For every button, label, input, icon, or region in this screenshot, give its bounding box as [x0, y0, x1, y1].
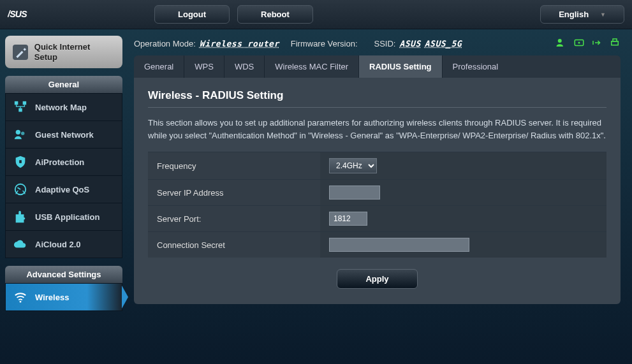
- panel-title: Wireless - RADIUS Setting: [148, 89, 606, 102]
- shield-icon: [13, 155, 27, 169]
- puzzle-icon: [13, 210, 27, 224]
- tab-professional[interactable]: Professional: [443, 55, 509, 78]
- top-buttons: Logout Reboot: [154, 5, 313, 24]
- wand-icon: [13, 45, 28, 60]
- container: Quick Internet Setup General Network Map…: [0, 29, 632, 364]
- svg-rect-1: [15, 101, 18, 105]
- server-port-input[interactable]: [329, 212, 367, 226]
- users-status-icon[interactable]: [555, 37, 567, 50]
- svg-rect-3: [18, 108, 22, 112]
- tab-radius-setting[interactable]: RADIUS Setting: [359, 55, 443, 78]
- table-row: Connection Secret: [148, 232, 606, 258]
- svg-rect-6: [19, 160, 22, 163]
- sidebar-item-label: Adaptive QoS: [35, 185, 89, 194]
- sidebar-item-label: AiProtection: [35, 157, 84, 167]
- firmware-label: Firmware Version:: [291, 39, 358, 48]
- sidebar-item-aiprotection[interactable]: AiProtection: [5, 149, 122, 176]
- info-row: Operation Mode: Wireless router Firmware…: [134, 37, 621, 50]
- server-ip-label: Server IP Address: [148, 180, 320, 206]
- table-row: Server IP Address: [148, 180, 606, 206]
- main-content: Operation Mode: Wireless router Firmware…: [128, 29, 632, 364]
- sidebar-item-network-map[interactable]: Network Map: [5, 93, 122, 121]
- language-label: English: [559, 10, 589, 19]
- svg-point-5: [21, 132, 24, 136]
- table-row: Server Port:: [148, 206, 606, 232]
- sidebar-item-label: Wireless: [35, 293, 69, 302]
- tabs: General WPS WDS Wireless MAC Filter RADI…: [134, 55, 621, 78]
- divider: [148, 107, 606, 108]
- panel-description: This section allows you to set up additi…: [148, 117, 606, 142]
- reboot-button[interactable]: Reboot: [237, 5, 313, 24]
- ssid-value-1: ASUS: [399, 39, 420, 48]
- connection-secret-input[interactable]: [329, 238, 469, 252]
- topbar: /SUS Logout Reboot English: [0, 0, 632, 29]
- opmode-label: Operation Mode:: [134, 39, 196, 48]
- svg-point-11: [578, 42, 580, 44]
- apply-row: Apply: [148, 258, 606, 289]
- wan-status-icon[interactable]: [573, 37, 585, 50]
- sidebar-item-label: USB Application: [35, 212, 99, 222]
- qis-label: Quick Internet Setup: [34, 42, 115, 62]
- tab-wireless-mac-filter[interactable]: Wireless MAC Filter: [265, 55, 359, 78]
- svg-point-4: [16, 130, 20, 135]
- table-row: Frequency 2.4GHz: [148, 152, 606, 180]
- quick-internet-setup-button[interactable]: Quick Internet Setup: [5, 36, 122, 68]
- svg-rect-12: [612, 41, 619, 45]
- sidebar-item-label: Guest Network: [35, 130, 94, 140]
- sidebar-item-label: AiCloud 2.0: [35, 240, 81, 249]
- advanced-header: Advanced Settings: [5, 266, 122, 283]
- svg-rect-2: [23, 101, 26, 105]
- svg-point-8: [20, 301, 22, 303]
- server-port-label: Server Port:: [148, 206, 320, 232]
- tab-general[interactable]: General: [134, 55, 184, 78]
- apply-button[interactable]: Apply: [337, 269, 417, 289]
- sidebar-item-usb-application[interactable]: USB Application: [5, 203, 122, 231]
- network-map-icon: [13, 100, 27, 114]
- cloud-icon: [13, 237, 27, 251]
- ssid-label: SSID:: [374, 39, 396, 48]
- general-header: General: [5, 76, 122, 93]
- guest-network-icon: [13, 127, 27, 142]
- sidebar-item-aicloud[interactable]: AiCloud 2.0: [5, 231, 122, 258]
- sidebar: Quick Internet Setup General Network Map…: [0, 29, 128, 364]
- sidebar-item-wireless[interactable]: Wireless: [5, 283, 122, 311]
- svg-rect-13: [613, 39, 617, 41]
- status-icons: [555, 37, 621, 50]
- wireless-icon: [13, 290, 27, 304]
- opmode-value[interactable]: Wireless router: [200, 39, 279, 48]
- language-select[interactable]: English: [540, 5, 624, 24]
- sidebar-item-adaptive-qos[interactable]: Adaptive QoS: [5, 176, 122, 203]
- asus-logo: /SUS: [8, 7, 52, 22]
- svg-text:/SUS: /SUS: [8, 9, 27, 19]
- frequency-select[interactable]: 2.4GHz: [329, 158, 377, 173]
- ssid-value-2: ASUS_5G: [425, 39, 462, 48]
- sidebar-item-guest-network[interactable]: Guest Network: [5, 121, 122, 149]
- server-ip-input[interactable]: [329, 186, 380, 200]
- usb-status-icon[interactable]: [591, 37, 603, 50]
- printer-status-icon[interactable]: [609, 37, 621, 50]
- sidebar-item-label: Network Map: [35, 103, 87, 112]
- svg-point-9: [558, 39, 562, 43]
- logout-button[interactable]: Logout: [154, 5, 230, 24]
- tab-wds[interactable]: WDS: [224, 55, 265, 78]
- qos-icon: [13, 182, 27, 196]
- settings-table: Frequency 2.4GHz Server IP Address Serve…: [148, 152, 606, 258]
- tab-wps[interactable]: WPS: [184, 55, 224, 78]
- frequency-label: Frequency: [148, 152, 320, 180]
- connection-secret-label: Connection Secret: [148, 232, 320, 258]
- content-panel: Wireless - RADIUS Setting This section a…: [134, 78, 621, 304]
